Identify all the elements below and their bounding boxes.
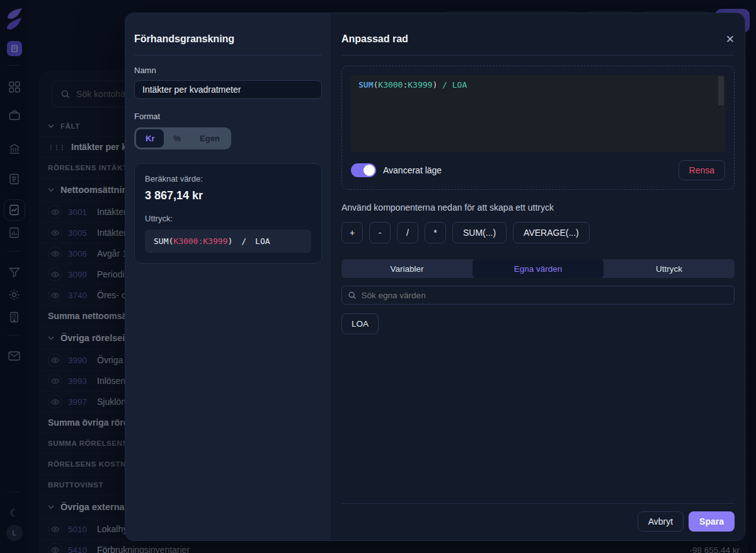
search-icon (348, 291, 357, 300)
average-function-button[interactable]: AVERAGE(...) (513, 222, 590, 243)
clear-button[interactable]: Rensa (679, 160, 725, 180)
plus-button[interactable]: + (341, 222, 363, 243)
format-option-kr[interactable]: Kr (136, 129, 164, 148)
format-option-percent[interactable]: % (164, 129, 190, 148)
custom-row-panel: Anpassad rad ✕ SUM(K3000:K3999) / LOA Av… (331, 13, 745, 540)
preview-panel: Förhandsgranskning Namn Format Kr % Egen… (125, 13, 331, 540)
divider (134, 55, 322, 55)
tab-variables[interactable]: Variabler (341, 259, 472, 278)
expression-editor-container: SUM(K3000:K3999) / LOA Avancerat läge Re… (341, 66, 735, 190)
custom-values-search[interactable] (341, 286, 735, 305)
value-source-tabs: Variabler Egna värden Uttryck (341, 259, 735, 278)
app-root: ☾ L ⋮⋮⋮ (0, 0, 756, 553)
value-chip-loa[interactable]: LOA (341, 313, 379, 334)
multiply-button[interactable]: * (425, 222, 446, 243)
tab-custom-values[interactable]: Egna värden (472, 259, 604, 278)
editor-scrollbar[interactable] (718, 76, 724, 105)
format-label: Format (134, 112, 322, 121)
advanced-mode-toggle[interactable] (351, 163, 376, 177)
components-helper-text: Använd komponenterna nedan för att skapa… (341, 202, 735, 212)
divide-button[interactable]: / (397, 222, 418, 243)
save-button[interactable]: Spara (689, 511, 735, 532)
advanced-mode-label: Avancerat läge (383, 165, 442, 175)
custom-values-search-input[interactable] (362, 291, 728, 300)
calculated-value-card: Beräknat värde: 3 867,14 kr Uttryck: SUM… (134, 163, 322, 264)
calculated-value: 3 867,14 kr (145, 189, 311, 202)
value-chips: LOA (341, 313, 735, 334)
expression-label: Uttryck: (145, 214, 311, 223)
calculated-label: Beräknat värde: (145, 174, 311, 183)
minus-button[interactable]: - (369, 222, 391, 243)
custom-row-modal: Förhandsgranskning Namn Format Kr % Egen… (125, 13, 745, 541)
tab-expressions[interactable]: Uttryck (604, 259, 735, 278)
name-label: Namn (134, 66, 322, 75)
preview-title: Förhandsgranskning (134, 33, 322, 45)
operator-buttons: + - / * SUM(...) AVERAGE(...) (341, 222, 735, 243)
name-input[interactable] (134, 80, 322, 99)
format-segmented-control: Kr % Egen (134, 127, 231, 149)
close-icon[interactable]: ✕ (726, 34, 735, 45)
sum-function-button[interactable]: SUM(...) (452, 222, 507, 243)
divider (341, 55, 735, 55)
format-option-custom[interactable]: Egen (190, 129, 229, 148)
expression-chip: SUM(K3000:K3999)/LOA (145, 230, 311, 253)
modal-title: Anpassad rad (341, 33, 408, 45)
modal-footer: Avbryt Spara (341, 503, 735, 540)
expression-code-editor[interactable]: SUM(K3000:K3999) / LOA (351, 75, 725, 152)
cancel-button[interactable]: Avbryt (638, 511, 684, 532)
